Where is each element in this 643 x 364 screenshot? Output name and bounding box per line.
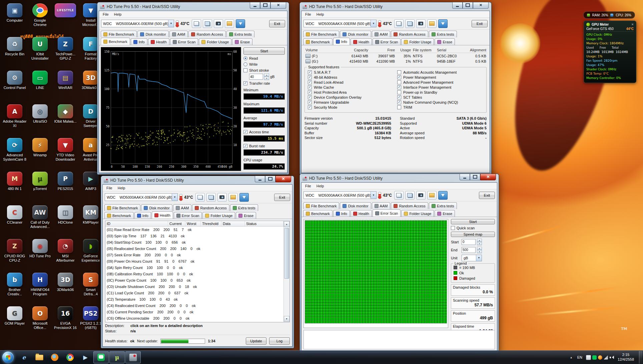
stepper[interactable]: ▲▼: [264, 73, 269, 80]
tab-folder-usage[interactable]: Folder Usage: [202, 212, 235, 219]
smart-row[interactable]: (0A) Spin Retry Count10010000ok: [105, 265, 283, 271]
options-button[interactable]: [427, 191, 437, 200]
stroke-size-input[interactable]: [249, 74, 263, 80]
volume-tray-icon[interactable]: [609, 355, 614, 360]
tab-erase[interactable]: Erase: [435, 210, 455, 217]
copy-text-button[interactable]: [192, 19, 201, 28]
desktop-icon-microsoft-office[interactable]: OMicrosoft Office...: [28, 306, 52, 330]
scrollbar[interactable]: ▲ ▼: [283, 221, 289, 322]
taskbar-windows-explorer[interactable]: [32, 352, 47, 363]
desktop-icon-kmplayer[interactable]: KMKMPlayer: [79, 205, 103, 225]
tab-health[interactable]: Health: [152, 211, 173, 219]
close-button[interactable]: [275, 176, 291, 182]
maximize-button[interactable]: [265, 176, 275, 182]
read-radio[interactable]: Read: [243, 56, 285, 61]
start-button[interactable]: Start: [243, 47, 285, 55]
speed-map-button[interactable]: Speed map: [451, 232, 495, 237]
export-button[interactable]: [438, 191, 448, 200]
clock[interactable]: 2:15 12/4/2558: [616, 353, 636, 362]
smart-row[interactable]: (09) Power On Hours Count919106767ok: [105, 258, 283, 265]
tab-health[interactable]: Health: [351, 38, 372, 45]
tab-random-access[interactable]: Random Access: [188, 31, 225, 37]
tab-disk-monitor[interactable]: Disk monitor: [137, 31, 168, 37]
close-button[interactable]: [473, 2, 489, 9]
scan-start-input[interactable]: [462, 239, 476, 245]
screenshot-button[interactable]: [214, 19, 223, 28]
desktop-icon-google-chrome[interactable]: Google Chrome: [28, 3, 52, 27]
titlebar[interactable]: HD Tune Pro 5.50 - Hard Disk/SSD Utility: [300, 2, 491, 11]
tab-erase[interactable]: Erase: [236, 212, 256, 219]
titlebar[interactable]: HD Tune Pro 5.50 - Hard Disk/SSD Utility: [97, 2, 289, 11]
smart-col-worst[interactable]: Worst: [185, 221, 201, 226]
tab-file-benchmark[interactable]: File Benchmark: [303, 202, 339, 209]
quick-scan-checkbox[interactable]: Quick scan: [451, 226, 495, 230]
scroll-down-icon[interactable]: ▼: [284, 316, 289, 322]
minimize-button[interactable]: [255, 176, 265, 182]
tab-extra-tests[interactable]: Extra tests: [429, 202, 457, 209]
tab-error-scan[interactable]: Error Scan: [174, 212, 202, 219]
minimize-button[interactable]: [452, 2, 463, 9]
transfer-rate-checkbox[interactable]: Transfer rate: [243, 81, 285, 86]
desktop-icon-pcsx2-1-2-1-r5875[interactable]: PS2PCSX2 1.2.1 (r5875): [79, 306, 103, 330]
desktop-icon-ccleaner[interactable]: CCCleaner: [3, 205, 27, 225]
tab-file-benchmark[interactable]: File Benchmark: [303, 31, 339, 37]
copy-image-button[interactable]: [405, 191, 415, 200]
desktop-icon-iobit-malwa[interactable]: ◆IObit Malwa...: [53, 104, 77, 124]
tab-health[interactable]: Health: [148, 38, 169, 45]
smart-row[interactable]: (0C) Power Cycle Count1001000653ok: [105, 277, 283, 284]
minimize-button[interactable]: [250, 2, 260, 9]
desktop-icon-winamp[interactable]: ⚡Winamp: [28, 138, 52, 157]
tab-info[interactable]: Info: [134, 212, 151, 219]
tab-disk-monitor[interactable]: Disk monitor: [340, 202, 371, 209]
desktop-icon-hwinfo64-program[interactable]: HHWiNFO64 Program: [28, 273, 52, 296]
smart-col-id[interactable]: ID: [105, 221, 168, 226]
tab-benchmark[interactable]: Benchmark: [303, 210, 333, 217]
maximize-button[interactable]: [463, 2, 473, 9]
smart-col-threshold[interactable]: Threshold: [201, 221, 221, 226]
close-button[interactable]: [270, 2, 286, 9]
smart-col-data[interactable]: Data: [221, 221, 245, 226]
screenshot-button[interactable]: [416, 19, 426, 28]
smart-row[interactable]: (07) Seek Error Rate20020000ok: [105, 252, 283, 258]
start-button[interactable]: [2, 352, 14, 363]
avast-tray-icon[interactable]: [598, 355, 602, 360]
scan-start-button[interactable]: Start: [451, 219, 495, 224]
drive-select[interactable]: WDC WD5000AAKX-00ERM (500 gB)▼: [101, 20, 174, 27]
unit-select[interactable]: gB▼: [462, 255, 482, 261]
tab-folder-usage[interactable]: Folder Usage: [199, 38, 231, 45]
taskbar-line[interactable]: [93, 351, 109, 363]
smart-row[interactable]: (0B) Calibration Retry Count10010000ok: [105, 271, 283, 277]
smart-row[interactable]: (C5) Current Pending Sector20020000ok: [105, 309, 283, 315]
menu-help[interactable]: Help: [314, 12, 327, 17]
export-button[interactable]: [438, 19, 448, 28]
smart-row[interactable]: (C2) Temperature100100043ok: [105, 296, 283, 303]
taskbar-media-player[interactable]: ▶: [78, 352, 93, 363]
tab-disk-monitor[interactable]: Disk monitor: [141, 204, 172, 211]
smart-row[interactable]: (05) Reallocated Sector Count2002001400o…: [105, 246, 283, 252]
tray-expander[interactable]: ▲: [569, 355, 574, 360]
short-stroke-checkbox[interactable]: Short stroke: [243, 68, 285, 73]
exit-button[interactable]: Exit: [479, 192, 495, 199]
copy-text-button[interactable]: [195, 193, 205, 202]
menu-help[interactable]: Help: [314, 184, 327, 188]
export-button[interactable]: [236, 19, 245, 28]
copy-image-button[interactable]: [203, 19, 212, 28]
desktop-icon-utorrent[interactable]: µµTorrent: [28, 172, 52, 191]
menu-file[interactable]: File: [104, 186, 115, 190]
write-radio[interactable]: Write: [243, 62, 285, 67]
tab-aam[interactable]: AAM: [372, 202, 391, 209]
tab-error-scan[interactable]: Error Scan: [373, 209, 401, 217]
menu-help[interactable]: Help: [115, 186, 128, 190]
taskbar-chrome[interactable]: [63, 352, 77, 363]
gadget-close-icon[interactable]: ✕: [631, 23, 634, 26]
copy-text-button[interactable]: [394, 19, 404, 28]
exit-button[interactable]: Exit: [269, 20, 285, 27]
smart-row[interactable]: (C1) Load Cycle Count2002000637ok: [105, 290, 283, 296]
tab-health[interactable]: Health: [351, 210, 372, 217]
smart-col-status[interactable]: Status: [245, 221, 283, 226]
desktop-icon-msi-afterburner[interactable]: ◔MSI Afterburner: [53, 239, 77, 262]
options-button[interactable]: [225, 19, 234, 28]
desktop-icon-gom-player[interactable]: GGOM Player: [3, 306, 27, 326]
log-button[interactable]: Log: [269, 337, 290, 345]
menu-help[interactable]: Help: [112, 12, 124, 17]
